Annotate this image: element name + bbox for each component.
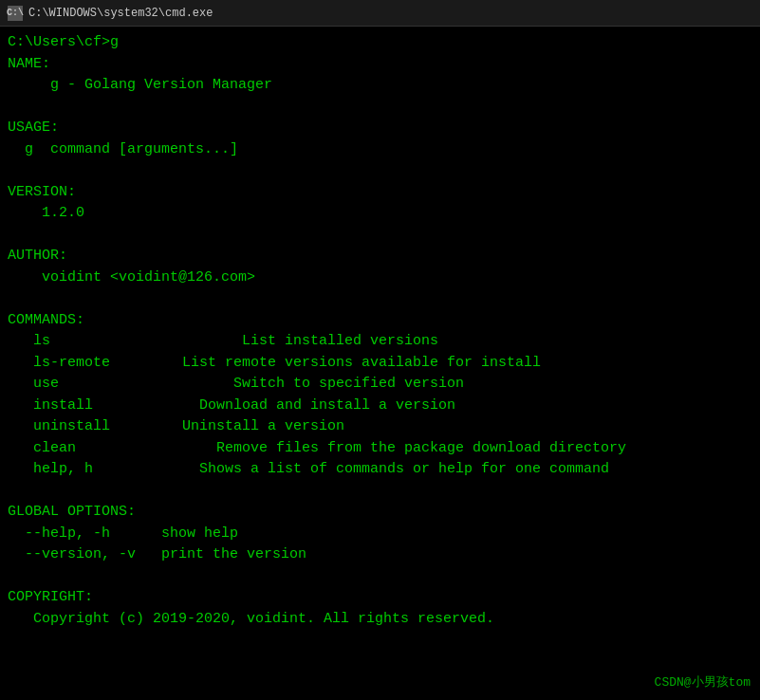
name-header-text: NAME: [8,54,752,76]
version-content: 1.2.0 [8,203,752,225]
blank1 [8,97,752,119]
cmd-install-name: install [33,396,157,417]
cmd-clean: clean Remove files from the package down… [8,438,752,460]
version-header: VERSION: [8,182,752,204]
cmd-ls-remote: ls-remote List remote versions available… [8,353,752,375]
title-bar-text: C:\WINDOWS\system32\cmd.exe [28,7,213,20]
blank3 [8,225,752,247]
cmd-uninstall-name: uninstall [33,416,157,438]
cmd-install: install Download and install a version [8,396,752,417]
blank4 [8,288,752,310]
cmd-icon: C:\ [8,6,23,21]
cmd-use-name: use [33,374,157,396]
cmd-ls: ls List installed versions [8,331,752,353]
copyright-header: COPYRIGHT: [8,587,752,609]
watermark: CSDN@小男孩tom [655,673,751,691]
title-bar: C:\ C:\WINDOWS\system32\cmd.exe [0,0,760,27]
commands-header: COMMANDS: [8,310,752,332]
cmd-ls-name: ls [33,331,157,353]
copyright-content: Copyright (c) 2019-2020, voidint. All ri… [8,609,752,631]
cmd-uninstall: uninstall Uninstall a version [8,416,752,438]
terminal: C:\Users\cf>g NAME: g - Golang Version M… [0,27,760,700]
author-content: voidint <voidint@126.com> [8,267,752,289]
opt-help: --help, -h show help [8,524,752,545]
usage-header: USAGE: [8,118,752,139]
cmd-use: use Switch to specified version [8,374,752,396]
global-options-header: GLOBAL OPTIONS: [8,502,752,524]
name-content: g - Golang Version Manager [8,75,752,97]
prompt-line: C:\Users\cf>g [8,32,752,54]
author-header: AUTHOR: [8,246,752,267]
cmd-help: help, h Shows a list of commands or help… [8,459,752,481]
usage-content: g command [arguments...] [8,139,752,161]
cmd-clean-name: clean [33,438,157,460]
blank6 [8,566,752,588]
opt-version: --version, -v print the version [8,544,752,566]
cmd-help-name: help, h [33,459,157,481]
blank2 [8,160,752,182]
blank5 [8,481,752,503]
cmd-ls-remote-name: ls-remote [33,353,157,375]
